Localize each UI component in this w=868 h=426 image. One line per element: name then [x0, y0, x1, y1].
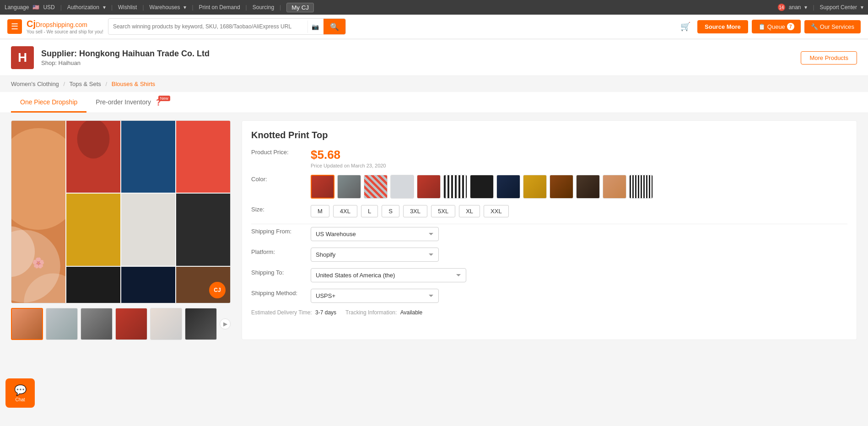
- delivery-label: Estimated Delivery Time:: [251, 309, 312, 316]
- color-swatch-navy[interactable]: [496, 175, 520, 199]
- thumbnail-next-button[interactable]: ▶: [220, 318, 231, 329]
- shipping-to-label: Shipping To:: [251, 268, 311, 276]
- svg-rect-13: [176, 194, 230, 265]
- color-swatch-black[interactable]: [470, 175, 494, 199]
- color-swatch-white[interactable]: [390, 175, 414, 199]
- warehouses-link[interactable]: Warehouses: [150, 4, 180, 11]
- my-cj-button[interactable]: My CJ: [286, 3, 314, 12]
- price-label: Product Price:: [251, 148, 311, 156]
- color-swatch-tan[interactable]: [603, 175, 626, 199]
- source-more-button[interactable]: Source More: [697, 20, 748, 33]
- more-products-button[interactable]: More Products: [801, 51, 857, 65]
- color-swatch-stripe[interactable]: [364, 175, 388, 199]
- thumbnail-3[interactable]: [81, 308, 113, 340]
- tabs-bar: One Piece Dropship Pre-order Inventory N…: [0, 92, 868, 113]
- authorization-link[interactable]: Authorization: [67, 4, 99, 11]
- size-4XL[interactable]: 4XL: [333, 205, 357, 217]
- thumbnail-2[interactable]: [46, 308, 78, 340]
- shipping-from-select[interactable]: US Warehouse China Warehouse: [311, 227, 439, 241]
- color-swatch-red2[interactable]: [417, 175, 441, 199]
- price-updated: Price Updated on March 23, 2020: [311, 163, 847, 168]
- services-icon: 🔧: [811, 23, 818, 30]
- shipping-to-value: United States of America (the): [311, 268, 847, 282]
- size-XXL[interactable]: XXL: [484, 205, 509, 217]
- size-3XL[interactable]: 3XL: [403, 205, 427, 217]
- shipping-to-select[interactable]: United States of America (the): [311, 268, 466, 282]
- breadcrumb-item-womens[interactable]: Women's Clothing: [11, 81, 59, 87]
- search-button[interactable]: 🔍: [323, 19, 345, 34]
- size-5XL[interactable]: 5XL: [431, 205, 455, 217]
- language-label[interactable]: Language: [5, 4, 29, 11]
- tab-preorder-label: Pre-order Inventory: [96, 98, 151, 106]
- divider-1: [251, 224, 847, 224]
- search-input[interactable]: [108, 20, 307, 33]
- tracking-label: Tracking Information:: [345, 309, 397, 316]
- product-price: $5.68: [311, 148, 847, 162]
- queue-button[interactable]: 📋 Queue 7: [752, 20, 801, 33]
- queue-label: Queue: [767, 23, 785, 30]
- platform-select[interactable]: Shopify WooCommerce: [311, 248, 439, 262]
- product-thumb-dark: [66, 267, 120, 303]
- shipping-from-value: US Warehouse China Warehouse: [311, 227, 847, 241]
- user-name[interactable]: anan: [789, 4, 801, 11]
- product-images: 🌸: [11, 120, 231, 340]
- color-swatch-leopard[interactable]: [523, 175, 547, 199]
- color-swatch-zebra[interactable]: [443, 175, 467, 199]
- color-swatch-gray[interactable]: [337, 175, 361, 199]
- our-services-button[interactable]: 🔧 Our Services: [804, 20, 861, 33]
- breadcrumb-item-tops[interactable]: Tops & Sets: [70, 81, 101, 87]
- supplier-bar: H Supplier: Hongkong Haihuan Trade Co. L…: [0, 40, 868, 76]
- menu-icon[interactable]: ☰: [7, 19, 22, 34]
- svg-rect-10: [176, 121, 230, 193]
- tab-one-piece-dropship[interactable]: One Piece Dropship: [11, 92, 86, 113]
- color-swatch-dark-brown[interactable]: [576, 175, 600, 199]
- size-options-container: M 4XL L S 3XL 5XL XL XXL: [311, 205, 847, 217]
- svg-point-1: [11, 128, 65, 230]
- header: ☰ CjDropshipping.com You sell - We sourc…: [0, 15, 868, 39]
- dropdown-icon: ▾: [103, 4, 106, 11]
- svg-rect-12: [121, 194, 175, 265]
- shipping-method-select[interactable]: USPS+ FedEx: [311, 289, 439, 303]
- shipping-method-label: Shipping Method:: [251, 289, 311, 297]
- platform-row: Platform: Shopify WooCommerce: [251, 248, 847, 262]
- size-XL[interactable]: XL: [459, 205, 480, 217]
- queue-count-badge: 7: [787, 23, 794, 30]
- print-on-demand-link[interactable]: Print on Demand: [199, 4, 240, 11]
- tab-preorder-inventory[interactable]: Pre-order Inventory New ❓: [86, 92, 171, 113]
- price-row: Product Price: $5.68 Price Updated on Ma…: [251, 148, 847, 168]
- supplier-avatar: H: [11, 46, 34, 69]
- flag-icon: 🇺🇸: [32, 4, 39, 11]
- warehouses-dropdown-icon: ▾: [183, 4, 186, 11]
- cj-overlay-badge: CJ: [209, 282, 226, 298]
- notification-badge[interactable]: 14: [778, 4, 785, 11]
- currency-label[interactable]: USD: [43, 4, 54, 11]
- cart-button[interactable]: 🛒: [677, 18, 694, 35]
- thumbnail-6[interactable]: [185, 308, 217, 340]
- thumbnail-5[interactable]: [150, 308, 182, 340]
- support-center-link[interactable]: Support Center: [820, 4, 857, 11]
- size-L[interactable]: L: [361, 205, 378, 217]
- header-logo: CjDropshipping.com You sell - We source …: [27, 19, 103, 34]
- shipping-from-row: Shipping From: US Warehouse China Wareho…: [251, 227, 847, 241]
- logo-subtitle: You sell - We source and ship for you!: [27, 29, 103, 34]
- color-swatch-red[interactable]: [311, 175, 334, 199]
- color-swatch-black-stripe[interactable]: [629, 175, 653, 199]
- color-swatch-brown-leopard[interactable]: [550, 175, 573, 199]
- color-swatches: [311, 175, 847, 199]
- svg-rect-15: [121, 267, 175, 303]
- size-M[interactable]: M: [311, 205, 329, 217]
- sourcing-link[interactable]: Sourcing: [253, 4, 274, 11]
- thumbnail-4[interactable]: [115, 308, 147, 340]
- product-thumb-red2: [176, 121, 230, 193]
- svg-rect-14: [66, 267, 120, 303]
- thumbnail-1[interactable]: [11, 308, 43, 340]
- camera-icon[interactable]: 📷: [307, 21, 323, 33]
- size-S[interactable]: S: [382, 205, 399, 217]
- main-product-image: 🌸: [11, 121, 65, 303]
- wishlist-link[interactable]: Wishlist: [118, 4, 137, 11]
- svg-rect-11: [66, 194, 120, 265]
- product-thumb-red: [66, 121, 120, 193]
- support-dropdown-icon: ▾: [861, 4, 863, 11]
- shipping-to-row: Shipping To: United States of America (t…: [251, 268, 847, 282]
- breadcrumb-item-blouses: Blouses & Shirts: [112, 81, 155, 87]
